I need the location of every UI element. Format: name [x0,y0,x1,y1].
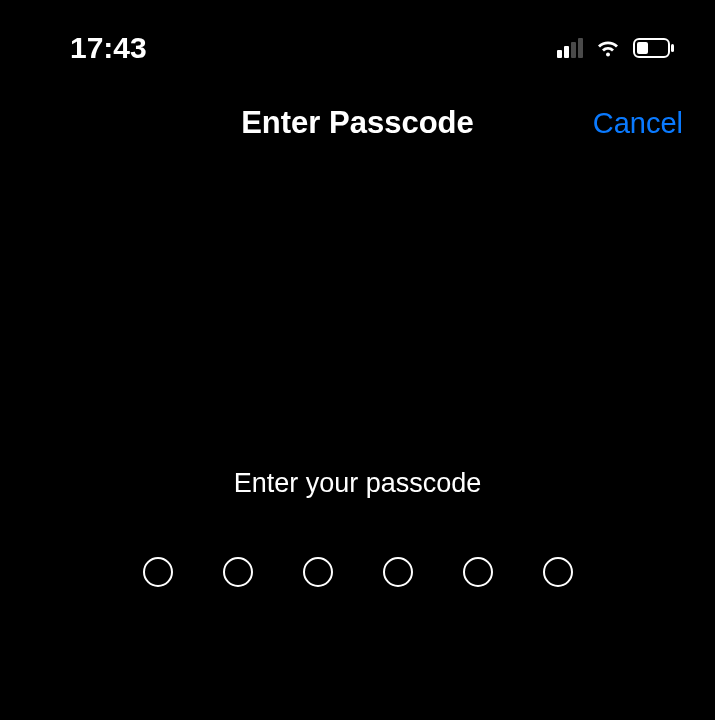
passcode-dot [143,557,173,587]
svg-rect-2 [671,44,674,52]
passcode-dot [223,557,253,587]
passcode-dot [543,557,573,587]
passcode-content: Enter your passcode [0,468,715,587]
page-title: Enter Passcode [241,105,474,141]
status-icons [557,37,675,59]
cellular-signal-icon [557,38,583,58]
battery-icon [633,38,675,58]
passcode-prompt: Enter your passcode [234,468,482,499]
passcode-dot [463,557,493,587]
passcode-dot [383,557,413,587]
svg-rect-1 [637,42,648,54]
cancel-button[interactable]: Cancel [593,107,683,140]
status-time: 17:43 [70,31,147,65]
status-bar: 17:43 [0,0,715,75]
passcode-dots [143,557,573,587]
navigation-bar: Enter Passcode Cancel [0,93,715,153]
passcode-dot [303,557,333,587]
wifi-icon [593,37,623,59]
